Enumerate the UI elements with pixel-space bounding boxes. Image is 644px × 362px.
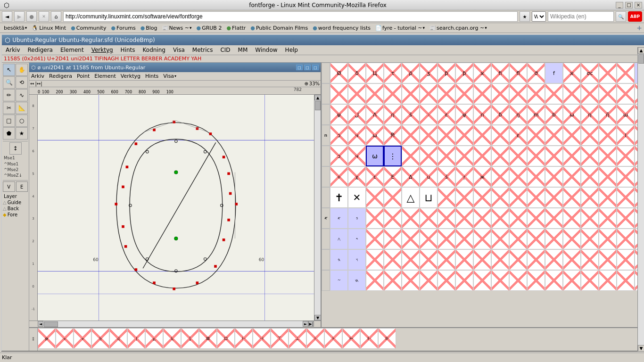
magnify-tool[interactable]: 🔍 — [3, 76, 15, 89]
char-cell[interactable] — [509, 249, 527, 270]
char-cell[interactable]: ƥ — [455, 63, 473, 83]
char-cell[interactable] — [563, 83, 581, 104]
char-cell[interactable] — [599, 63, 617, 83]
pointer-tool[interactable]: ↖ — [3, 64, 15, 76]
ff-menu-metrics[interactable]: Metrics — [190, 46, 215, 54]
minimize-button[interactable]: _ — [616, 2, 623, 8]
char-cell[interactable] — [599, 125, 617, 146]
char-cell[interactable]: ᶁ — [109, 328, 127, 349]
char-cell[interactable] — [581, 229, 599, 249]
char-cell[interactable] — [438, 208, 455, 229]
char-cell[interactable]: ε — [438, 104, 455, 125]
char-cell-u[interactable]: ⊔ — [420, 187, 438, 208]
char-cell[interactable] — [491, 187, 509, 208]
char-cell[interactable] — [617, 146, 635, 166]
char-cell[interactable] — [455, 270, 473, 291]
char-cell[interactable]: ᵽ — [38, 328, 56, 349]
char-cell[interactable] — [473, 249, 491, 270]
char-cell[interactable]: ч — [348, 146, 366, 166]
char-cell[interactable] — [402, 249, 420, 270]
char-cell[interactable] — [599, 249, 617, 270]
char-cell[interactable]: Δ — [402, 166, 420, 187]
bookmark-fyre[interactable]: 📄 fyre - tutorial ~ ▾ — [373, 25, 427, 32]
char-cell-dots[interactable]: ⋮ — [384, 146, 402, 166]
char-cell[interactable]: ŋ — [509, 104, 527, 125]
char-cell[interactable] — [581, 187, 599, 208]
char-cell[interactable]: τ — [384, 63, 402, 83]
char-cell[interactable]: 𐤀 — [330, 208, 348, 229]
char-cell[interactable]: ᵾ — [56, 328, 74, 349]
layer-fore[interactable]: ◆ Fore — [3, 212, 28, 218]
char-cell[interactable] — [617, 166, 635, 187]
char-cell[interactable] — [438, 83, 455, 104]
hscroll-left[interactable]: ◄ — [38, 321, 43, 327]
bookmark-forums[interactable]: ● Forums — [109, 25, 137, 32]
char-cell[interactable] — [545, 166, 563, 187]
ff-menu-hints[interactable]: Hints — [119, 46, 137, 54]
glyph-btn-1[interactable]: □ — [296, 65, 303, 70]
ff-menu-help[interactable]: Help — [283, 46, 300, 54]
char-cell[interactable]: Ε — [384, 166, 402, 187]
char-cell[interactable] — [599, 166, 617, 187]
char-cell[interactable]: ⊧ — [324, 328, 342, 349]
char-cell[interactable]: ⊠ — [199, 328, 217, 349]
char-cell[interactable]: ɔ — [330, 125, 348, 146]
char-cell[interactable] — [473, 229, 491, 249]
char-cell[interactable]: 𐤂 — [330, 229, 348, 249]
glyph-menu-point[interactable]: Point — [76, 73, 91, 80]
bookmark-flattr[interactable]: ● Flattr — [224, 25, 248, 32]
char-cell[interactable]: ƥ — [438, 63, 455, 83]
char-cell[interactable] — [491, 270, 509, 291]
star-tool[interactable]: ★ — [16, 127, 28, 140]
bookmark-news[interactable]: 📰 News ~ ▾ — [160, 25, 194, 32]
char-cell[interactable] — [599, 208, 617, 229]
ruler-tool[interactable]: 📐 — [16, 102, 28, 114]
hscroll-end[interactable]: ▶| — [308, 321, 314, 327]
char-cell[interactable]: ⊩ — [360, 328, 378, 349]
char-cell[interactable] — [491, 229, 509, 249]
char-cell-highlighted[interactable]: ω — [366, 146, 384, 166]
back-button[interactable]: ◄ — [2, 11, 12, 22]
char-cell[interactable] — [617, 249, 635, 270]
char-cell[interactable]: δ — [491, 104, 509, 125]
glyph-menu-visa[interactable]: Visa ▾ — [162, 73, 177, 80]
char-cell[interactable] — [617, 187, 635, 208]
char-cell[interactable]: ᶄ — [163, 328, 181, 349]
char-cell[interactable]: η — [384, 104, 402, 125]
char-cell[interactable] — [527, 125, 545, 146]
char-cell[interactable]: ᵿ — [74, 328, 91, 349]
char-cell[interactable] — [420, 229, 438, 249]
ff-menu-cid[interactable]: CID — [218, 46, 232, 54]
char-cell[interactable] — [563, 125, 581, 146]
ff-menu-kodning[interactable]: Kodning — [141, 46, 167, 54]
char-cell[interactable]: ᶀ — [91, 328, 109, 349]
canvas-scroll-up[interactable]: ▲ — [314, 95, 321, 100]
search-submit[interactable]: 🔍 — [616, 11, 626, 22]
char-cell[interactable]: ⊨ — [342, 328, 360, 349]
char-cell[interactable] — [438, 270, 455, 291]
char-cell[interactable] — [455, 146, 473, 166]
char-cell[interactable] — [527, 187, 545, 208]
glyph-btn-3[interactable]: □ — [312, 65, 319, 70]
bookmark-public-domain[interactable]: ● Public Domain Films — [248, 25, 310, 32]
char-cell[interactable] — [617, 229, 635, 249]
canvas-vscroll[interactable]: ▲ ▼ — [314, 95, 321, 321]
char-cell[interactable] — [545, 146, 563, 166]
char-cell[interactable] — [599, 187, 617, 208]
char-cell[interactable] — [581, 208, 599, 229]
char-cell[interactable]: δ — [348, 63, 366, 83]
char-cell[interactable] — [491, 83, 509, 104]
tab-new-button[interactable]: + — [636, 24, 642, 32]
char-cell[interactable]: ρ̈ — [402, 63, 420, 83]
reload-button[interactable]: ● — [26, 11, 37, 22]
char-cell[interactable]: ⊤ — [271, 328, 289, 349]
char-cell[interactable]: ω — [366, 125, 384, 146]
hscroll-thumb[interactable] — [44, 321, 58, 327]
char-cell[interactable] — [527, 208, 545, 229]
char-cell[interactable]: + — [330, 166, 348, 187]
char-cell[interactable] — [438, 229, 455, 249]
char-cell[interactable]: Ц — [366, 63, 384, 83]
char-cell[interactable] — [599, 146, 617, 166]
char-cell[interactable] — [473, 187, 491, 208]
char-cell[interactable] — [402, 270, 420, 291]
